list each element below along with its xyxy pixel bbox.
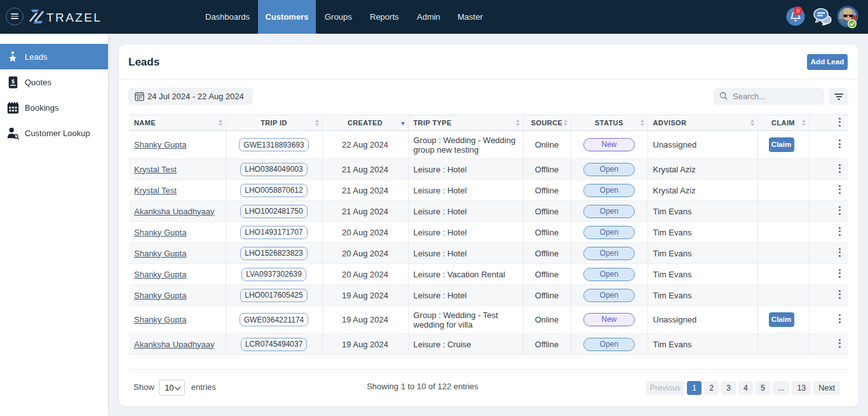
svg-text:0: 0	[796, 8, 799, 14]
svg-text:$: $	[11, 78, 15, 84]
